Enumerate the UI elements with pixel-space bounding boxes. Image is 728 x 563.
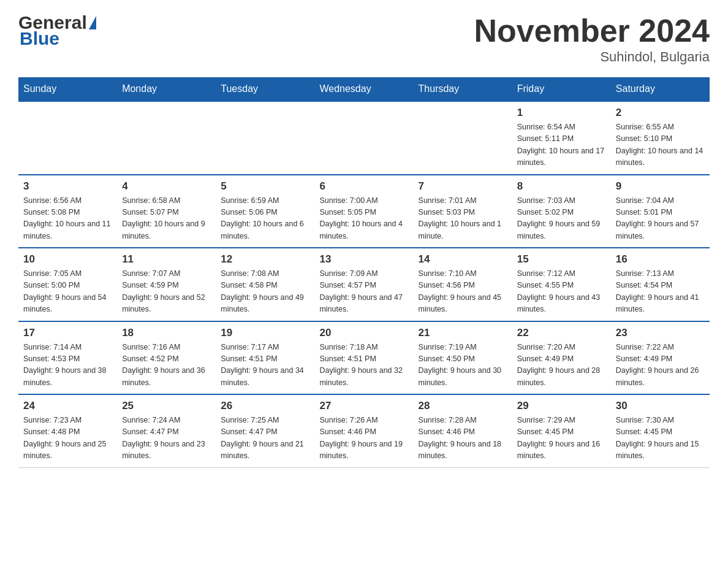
calendar-cell-week3-day7: 16Sunrise: 7:13 AMSunset: 4:54 PMDayligh… <box>611 248 710 321</box>
day-number: 14 <box>419 253 507 266</box>
calendar-cell-week5-day3: 26Sunrise: 7:25 AMSunset: 4:47 PMDayligh… <box>216 394 314 467</box>
logo-triangle-icon <box>89 16 96 29</box>
header-thursday: Thursday <box>414 77 512 101</box>
header-monday: Monday <box>117 77 216 101</box>
day-number: 3 <box>23 180 112 193</box>
day-info: Sunrise: 7:08 AMSunset: 4:58 PMDaylight:… <box>221 268 309 316</box>
calendar-cell-week4-day5: 21Sunrise: 7:19 AMSunset: 4:50 PMDayligh… <box>414 321 512 395</box>
day-info: Sunrise: 7:19 AMSunset: 4:50 PMDaylight:… <box>419 342 507 389</box>
calendar-week-2: 3Sunrise: 6:56 AMSunset: 5:08 PMDaylight… <box>18 175 710 248</box>
calendar-cell-week5-day4: 27Sunrise: 7:26 AMSunset: 4:46 PMDayligh… <box>314 394 413 467</box>
day-info: Sunrise: 6:56 AMSunset: 5:08 PMDaylight:… <box>23 195 112 243</box>
day-number: 23 <box>616 327 705 339</box>
calendar-cell-week4-day6: 22Sunrise: 7:20 AMSunset: 4:49 PMDayligh… <box>512 321 611 395</box>
day-info: Sunrise: 6:55 AMSunset: 5:10 PMDaylight:… <box>616 121 705 169</box>
day-number: 20 <box>319 327 408 339</box>
day-info: Sunrise: 7:26 AMSunset: 4:46 PMDaylight:… <box>319 415 408 462</box>
day-info: Sunrise: 7:10 AMSunset: 4:56 PMDaylight:… <box>419 268 507 316</box>
day-number: 5 <box>221 180 309 193</box>
calendar-cell-week3-day5: 14Sunrise: 7:10 AMSunset: 4:56 PMDayligh… <box>414 248 512 321</box>
day-info: Sunrise: 7:24 AMSunset: 4:47 PMDaylight:… <box>122 415 211 462</box>
day-info: Sunrise: 7:20 AMSunset: 4:49 PMDaylight:… <box>517 342 606 389</box>
calendar-cell-week4-day3: 19Sunrise: 7:17 AMSunset: 4:51 PMDayligh… <box>216 321 314 395</box>
day-number: 21 <box>419 327 507 339</box>
calendar-cell-week3-day2: 11Sunrise: 7:07 AMSunset: 4:59 PMDayligh… <box>117 248 216 321</box>
day-info: Sunrise: 7:09 AMSunset: 4:57 PMDaylight:… <box>319 268 408 316</box>
day-number: 6 <box>319 180 408 193</box>
header-sunday: Sunday <box>18 77 117 101</box>
day-info: Sunrise: 7:01 AMSunset: 5:03 PMDaylight:… <box>419 195 507 243</box>
calendar-cell-week3-day4: 13Sunrise: 7:09 AMSunset: 4:57 PMDayligh… <box>314 248 413 321</box>
day-number: 2 <box>616 107 705 119</box>
calendar-cell-week5-day6: 29Sunrise: 7:29 AMSunset: 4:45 PMDayligh… <box>512 394 611 467</box>
day-info: Sunrise: 7:18 AMSunset: 4:51 PMDaylight:… <box>319 342 408 389</box>
day-number: 15 <box>517 253 606 266</box>
calendar-cell-week1-day1 <box>18 101 117 175</box>
title-block: November 2024 Suhindol, Bulgaria <box>474 12 710 65</box>
day-number: 18 <box>122 327 211 339</box>
day-number: 1 <box>517 107 606 119</box>
header-saturday: Saturday <box>611 77 710 101</box>
day-number: 16 <box>616 253 705 266</box>
header-friday: Friday <box>512 77 611 101</box>
calendar-week-4: 17Sunrise: 7:14 AMSunset: 4:53 PMDayligh… <box>18 321 710 395</box>
day-info: Sunrise: 7:29 AMSunset: 4:45 PMDaylight:… <box>517 415 606 462</box>
day-number: 8 <box>517 180 606 193</box>
logo-blue-text: Blue <box>20 28 59 49</box>
day-info: Sunrise: 7:25 AMSunset: 4:47 PMDaylight:… <box>221 415 309 462</box>
day-number: 11 <box>122 253 211 266</box>
calendar-week-5: 24Sunrise: 7:23 AMSunset: 4:48 PMDayligh… <box>18 394 710 467</box>
day-number: 26 <box>221 400 309 412</box>
calendar-cell-week2-day7: 9Sunrise: 7:04 AMSunset: 5:01 PMDaylight… <box>611 175 710 248</box>
calendar-cell-week5-day2: 25Sunrise: 7:24 AMSunset: 4:47 PMDayligh… <box>117 394 216 467</box>
day-info: Sunrise: 7:13 AMSunset: 4:54 PMDaylight:… <box>616 268 705 316</box>
day-info: Sunrise: 7:12 AMSunset: 4:55 PMDaylight:… <box>517 268 606 316</box>
day-info: Sunrise: 7:14 AMSunset: 4:53 PMDaylight:… <box>23 342 112 389</box>
day-info: Sunrise: 6:59 AMSunset: 5:06 PMDaylight:… <box>221 195 309 243</box>
calendar-cell-week1-day2 <box>117 101 216 175</box>
day-number: 24 <box>23 400 112 412</box>
day-info: Sunrise: 7:22 AMSunset: 4:49 PMDaylight:… <box>616 342 705 389</box>
calendar-cell-week2-day2: 4Sunrise: 6:58 AMSunset: 5:07 PMDaylight… <box>117 175 216 248</box>
calendar-cell-week1-day4 <box>314 101 413 175</box>
day-number: 19 <box>221 327 309 339</box>
calendar-cell-week1-day5 <box>414 101 512 175</box>
calendar-cell-week4-day1: 17Sunrise: 7:14 AMSunset: 4:53 PMDayligh… <box>18 321 117 395</box>
calendar-table: SundayMondayTuesdayWednesdayThursdayFrid… <box>18 77 710 468</box>
day-info: Sunrise: 7:00 AMSunset: 5:05 PMDaylight:… <box>319 195 408 243</box>
header-wednesday: Wednesday <box>314 77 413 101</box>
calendar-cell-week4-day4: 20Sunrise: 7:18 AMSunset: 4:51 PMDayligh… <box>314 321 413 395</box>
calendar-cell-week2-day6: 8Sunrise: 7:03 AMSunset: 5:02 PMDaylight… <box>512 175 611 248</box>
day-number: 17 <box>23 327 112 339</box>
calendar-cell-week5-day1: 24Sunrise: 7:23 AMSunset: 4:48 PMDayligh… <box>18 394 117 467</box>
calendar-cell-week5-day5: 28Sunrise: 7:28 AMSunset: 4:46 PMDayligh… <box>414 394 512 467</box>
calendar-cell-week2-day1: 3Sunrise: 6:56 AMSunset: 5:08 PMDaylight… <box>18 175 117 248</box>
logo: General Blue <box>18 12 96 49</box>
calendar-cell-week2-day5: 7Sunrise: 7:01 AMSunset: 5:03 PMDaylight… <box>414 175 512 248</box>
day-number: 29 <box>517 400 606 412</box>
calendar-cell-week2-day3: 5Sunrise: 6:59 AMSunset: 5:06 PMDaylight… <box>216 175 314 248</box>
day-number: 4 <box>122 180 211 193</box>
day-number: 27 <box>319 400 408 412</box>
day-number: 22 <box>517 327 606 339</box>
month-title: November 2024 <box>474 12 710 49</box>
calendar-cell-week5-day7: 30Sunrise: 7:30 AMSunset: 4:45 PMDayligh… <box>611 394 710 467</box>
day-info: Sunrise: 7:03 AMSunset: 5:02 PMDaylight:… <box>517 195 606 243</box>
day-info: Sunrise: 7:30 AMSunset: 4:45 PMDaylight:… <box>616 415 705 462</box>
calendar-cell-week1-day7: 2Sunrise: 6:55 AMSunset: 5:10 PMDaylight… <box>611 101 710 175</box>
location: Suhindol, Bulgaria <box>474 49 710 65</box>
calendar-week-1: 1Sunrise: 6:54 AMSunset: 5:11 PMDaylight… <box>18 101 710 175</box>
day-info: Sunrise: 7:05 AMSunset: 5:00 PMDaylight:… <box>23 268 112 316</box>
day-number: 13 <box>319 253 408 266</box>
day-info: Sunrise: 7:07 AMSunset: 4:59 PMDaylight:… <box>122 268 211 316</box>
day-number: 30 <box>616 400 705 412</box>
day-number: 12 <box>221 253 309 266</box>
day-info: Sunrise: 7:23 AMSunset: 4:48 PMDaylight:… <box>23 415 112 462</box>
day-info: Sunrise: 7:16 AMSunset: 4:52 PMDaylight:… <box>122 342 211 389</box>
calendar-week-3: 10Sunrise: 7:05 AMSunset: 5:00 PMDayligh… <box>18 248 710 321</box>
calendar-header-row: SundayMondayTuesdayWednesdayThursdayFrid… <box>18 77 710 101</box>
day-info: Sunrise: 7:04 AMSunset: 5:01 PMDaylight:… <box>616 195 705 243</box>
day-number: 7 <box>419 180 507 193</box>
calendar-cell-week3-day6: 15Sunrise: 7:12 AMSunset: 4:55 PMDayligh… <box>512 248 611 321</box>
day-info: Sunrise: 6:54 AMSunset: 5:11 PMDaylight:… <box>517 121 606 169</box>
